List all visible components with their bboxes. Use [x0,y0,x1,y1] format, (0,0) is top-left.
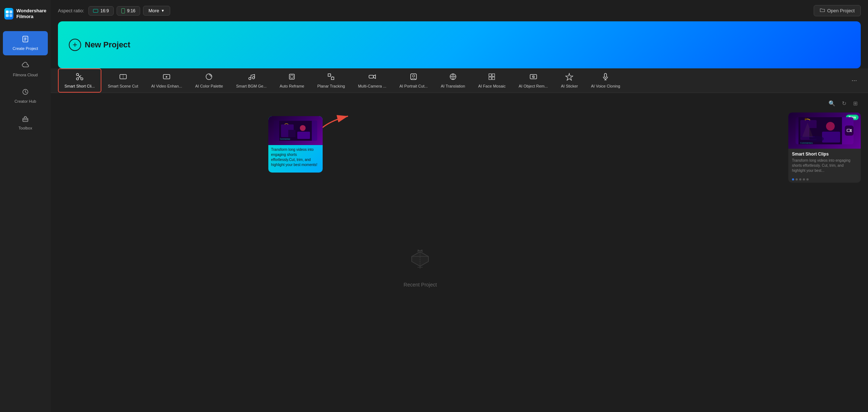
sidebar-item-label-create: Create Project [13,46,38,51]
new-project-button[interactable]: + New Project [69,39,130,51]
content-area: Commentary Transform long videos into en… [51,93,868,412]
ai-color-palette-icon [205,73,213,82]
svg-line-39 [533,76,534,77]
app-name: Wondershare Filmora [16,8,46,19]
create-project-icon [22,35,29,44]
svg-rect-35 [489,77,491,80]
dot-1 [792,178,794,180]
svg-rect-0 [6,10,9,13]
feature-multi-camera[interactable]: Multi-Camera ... [352,68,393,93]
ratio-9-16-icon [121,8,125,13]
featured-card[interactable]: New [788,112,861,183]
grid-view-icon-button[interactable]: ⊞ [852,99,859,108]
featured-title: Smart Short Clips [792,152,857,157]
open-project-label: Open Project [827,8,855,13]
svg-rect-61 [847,129,850,132]
empty-label: Recent Project [404,282,437,288]
svg-rect-56 [822,132,840,143]
planar-tracking-icon [327,73,335,82]
feature-label-8: AI Portrait Cut... [399,84,428,88]
featured-thumbnail: New [788,112,861,149]
sidebar-item-label-hub: Creator Hub [14,99,36,104]
search-icon-button[interactable]: 🔍 [827,99,837,108]
sidebar-item-create-project[interactable]: Create Project [3,31,48,55]
topbar: Aspect ratio: 16:9 9:16 More ▼ Open Proj… [51,0,868,21]
svg-rect-28 [369,75,373,78]
sidebar-item-toolbox[interactable]: Toolbox [3,111,48,135]
feature-auto-reframe[interactable]: Auto Reframe [273,68,311,93]
hero-banner[interactable]: + New Project [58,21,861,68]
ai-face-mosaic-icon [488,73,496,82]
sidebar-nav: Create Project Filmora Cloud Creator Hub [0,27,51,139]
ai-object-remove-icon [529,73,537,82]
ai-video-enhance-icon [163,73,171,82]
feature-smart-short-clips[interactable]: Smart Short Cli... [58,68,101,93]
svg-point-50 [418,250,419,251]
smart-short-clips-icon [76,73,84,82]
empty-box-icon [407,246,433,277]
tooltip-thumbnail: Commentary [268,116,323,145]
svg-rect-33 [489,74,491,76]
feature-label-9: AI Translation [441,84,465,88]
dot-4 [803,178,805,180]
feature-smart-bgm[interactable]: Smart BGM Ge... [230,68,273,93]
aspect-9-16-button[interactable]: 9:16 [117,6,140,16]
new-project-label: New Project [85,40,130,50]
multi-camera-icon [368,73,376,82]
sidebar-item-label-toolbox: Toolbox [18,126,32,131]
feature-label-4: Smart BGM Ge... [236,84,267,88]
feature-ai-color-palette[interactable]: AI Color Palette [189,68,230,93]
feature-planar-tracking[interactable]: Planar Tracking [311,68,351,93]
svg-text:Commentary: Commentary [800,142,813,144]
logo-icon [4,8,13,20]
svg-rect-25 [331,77,334,80]
aspect-ratio-controls: Aspect ratio: 16:9 9:16 More ▼ [58,6,170,16]
svg-rect-1 [9,10,12,13]
svg-rect-22 [289,74,294,79]
smart-bgm-icon [247,73,255,82]
svg-point-20 [249,77,251,80]
dot-2 [796,178,798,180]
refresh-icon-button[interactable]: ↻ [840,99,848,108]
svg-point-57 [805,118,807,120]
feature-smart-scene-cut[interactable]: Smart Scene Cut [101,68,145,93]
svg-text:Commentary: Commentary [280,138,290,140]
feature-ai-portrait-cut[interactable]: AI Portrait Cut... [393,68,434,93]
projects-area: Commentary Transform long videos into en… [58,99,783,406]
tooltip-thumb-inner: Commentary [274,120,317,141]
sidebar-item-creator-hub[interactable]: Creator Hub [3,84,48,108]
feature-ai-face-mosaic[interactable]: AI Face Mosaic [471,68,512,93]
app-logo: Wondershare Filmora [0,0,51,27]
svg-point-21 [252,77,255,79]
ai-voice-cloning-icon [601,73,609,82]
aspect-16-9-button[interactable]: 16:9 [88,6,113,16]
sidebar: Wondershare Filmora Create Project F [0,0,51,412]
chevron-down-icon: ▼ [161,9,165,13]
feature-ai-object-remove[interactable]: AI Object Rem... [512,68,554,93]
ai-portrait-cut-icon [410,73,418,82]
feature-ai-sticker[interactable]: AI Sticker [554,68,584,93]
sidebar-item-filmora-cloud[interactable]: Filmora Cloud [3,58,48,82]
svg-rect-40 [604,73,607,77]
svg-rect-2 [6,14,9,17]
aspect-ratio-label: Aspect ratio: [58,8,84,13]
feature-label-6: Planar Tracking [317,84,345,88]
sidebar-item-label-cloud: Filmora Cloud [13,73,38,77]
tooltip-card: Commentary Transform long videos into en… [268,116,323,173]
creator-hub-icon [22,88,29,97]
feature-more-button[interactable]: ··· [848,74,861,87]
featured-thumb-inner: Commentary [796,117,854,144]
feature-ai-voice-cloning[interactable]: AI Voice Cloning [584,68,627,93]
open-project-button[interactable]: Open Project [814,5,861,16]
feature-ai-translation[interactable]: AI Translation [434,68,471,93]
feature-ai-video-enhance[interactable]: AI Video Enhan... [145,68,189,93]
more-button[interactable]: More ▼ [143,6,170,16]
right-panel: 🔍 ↻ ⊞ New [788,99,861,406]
featured-description: Transform long videos into engaging shor… [792,158,857,173]
folder-icon [820,8,825,13]
feature-label-2: AI Video Enhan... [151,84,182,88]
svg-point-46 [300,125,306,131]
feature-label-5: Auto Reframe [280,84,304,88]
toolbox-icon [22,115,29,124]
feature-label-3: AI Color Palette [195,84,223,88]
